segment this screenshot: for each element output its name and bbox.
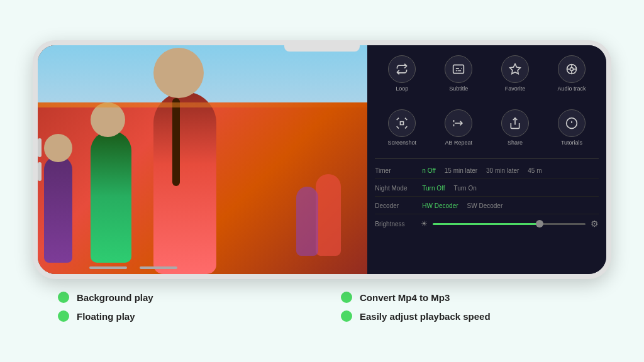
night-mode-off-option[interactable]: Turn Off (419, 184, 447, 193)
audio-track-label: Audio track (558, 85, 586, 92)
night-mode-row: Night Mode Turn Off Turn On (375, 180, 599, 197)
screenshot-icon (388, 109, 416, 137)
ab-repeat-icon (445, 109, 472, 137)
timer-15-option[interactable]: 15 min later (442, 166, 480, 175)
feature-dot-convert-mp4 (341, 292, 352, 303)
feature-adjust-speed: Easily adjust playback speed (341, 310, 586, 322)
feature-text-convert-mp4: Convert Mp4 to Mp3 (360, 292, 450, 303)
feature-floating-play: Floating play (58, 310, 303, 322)
subtitle-label: Subtitle (449, 85, 468, 92)
main-container: Loop Subtitle (20, 40, 624, 322)
tutorials-button[interactable]: Tutorials (545, 104, 599, 151)
volume-down-button[interactable] (38, 162, 42, 181)
favorite-button[interactable]: Favorite (488, 50, 542, 97)
ab-repeat-label: AB Repeat (445, 140, 472, 146)
subtitle-button[interactable]: Subtitle (431, 50, 486, 97)
brightness-low-icon: ☀ (421, 219, 428, 228)
feature-text-floating-play: Floating play (77, 311, 135, 322)
timer-30-option[interactable]: 30 min later (484, 166, 521, 175)
tab-line-2 (140, 266, 177, 269)
brightness-thumb (536, 220, 543, 228)
timer-label: Timer (375, 167, 416, 174)
share-label: Share (508, 140, 523, 146)
svg-point-2 (570, 68, 574, 71)
brightness-high-icon: ⚙ (591, 219, 599, 229)
screenshot-label: Screenshot (388, 140, 417, 146)
audio-track-button[interactable]: Audio track (545, 50, 599, 97)
ab-repeat-button[interactable]: AB Repeat (431, 104, 486, 151)
controls-section: Loop Subtitle (367, 45, 606, 274)
loop-button[interactable]: Loop (375, 50, 429, 97)
favorite-icon (501, 55, 529, 83)
timer-off-option[interactable]: n Off (419, 166, 438, 175)
icon-grid-row2: Screenshot AB Repeat (375, 104, 599, 151)
brightness-slider[interactable] (433, 223, 586, 225)
feature-dot-background-play (58, 292, 69, 303)
brightness-label: Brightness (375, 221, 416, 228)
icon-grid-row1: Loop Subtitle (375, 50, 599, 97)
share-icon (501, 109, 529, 137)
loop-label: Loop (396, 85, 408, 92)
screenshot-button[interactable]: Screenshot (375, 104, 429, 151)
svg-marker-1 (510, 64, 521, 74)
phone-top-bar (284, 45, 360, 52)
feature-convert-mp4: Convert Mp4 to Mp3 (341, 292, 586, 303)
video-content (38, 45, 367, 274)
feature-dot-floating-play (58, 310, 69, 322)
sw-decoder-option[interactable]: SW Decoder (465, 201, 506, 211)
timer-row: Timer n Off 15 min later 30 min later 45… (375, 163, 599, 179)
brightness-row: Brightness ☀ ⚙ (375, 216, 599, 232)
decoder-label: Decoder (375, 202, 416, 209)
phone-mockup: Loop Subtitle (33, 40, 611, 279)
side-nav-buttons (38, 138, 42, 181)
loop-icon (388, 55, 416, 83)
feature-text-adjust-speed: Easily adjust playback speed (360, 311, 491, 322)
timer-45-option[interactable]: 45 m (525, 166, 544, 175)
tutorials-label: Tutorials (561, 140, 582, 146)
subtitle-icon (445, 55, 472, 83)
hw-decoder-option[interactable]: HW Decoder (419, 201, 460, 211)
feature-background-play: Background play (58, 292, 303, 303)
audio-track-icon (558, 55, 586, 83)
night-mode-label: Night Mode (375, 185, 416, 192)
tutorials-icon (558, 109, 586, 137)
feature-text-background-play: Background play (77, 292, 153, 303)
features-grid: Background play Convert Mp4 to Mp3 Float… (45, 292, 599, 322)
phone-bottom-tabs (38, 266, 229, 269)
favorite-label: Favorite (505, 85, 526, 92)
settings-rows: Timer n Off 15 min later 30 min later 45… (375, 158, 599, 232)
video-section (38, 45, 367, 274)
decoder-row: Decoder HW Decoder SW Decoder (375, 198, 599, 214)
share-button[interactable]: Share (488, 104, 542, 151)
tab-line-1 (89, 266, 127, 269)
feature-dot-adjust-speed (341, 310, 352, 322)
volume-up-button[interactable] (38, 138, 42, 157)
night-mode-on-option[interactable]: Turn On (451, 184, 479, 193)
